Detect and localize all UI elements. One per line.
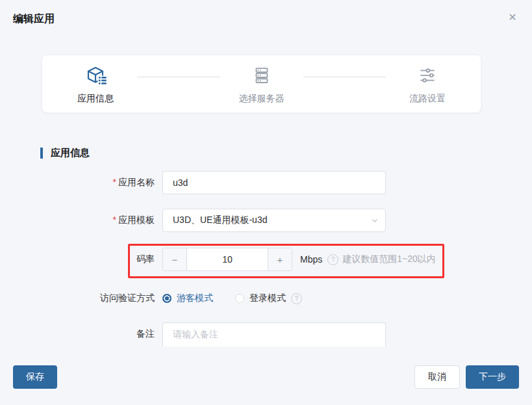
form-row-auth-mode: 访问验证方式 游客模式 登录模式 ?: [0, 291, 302, 306]
cancel-button[interactable]: 取消: [414, 365, 460, 389]
help-icon[interactable]: ?: [291, 293, 302, 304]
bitrate-label: 码率: [0, 254, 162, 265]
form-row-remark: 备注 请输入备注: [0, 322, 386, 346]
next-step-button[interactable]: 下一步: [466, 365, 519, 389]
form-row-app-template: *应用模板 U3D、UE通用模板-u3d: [0, 209, 386, 232]
bitrate-unit: Mbps: [300, 254, 322, 265]
increase-button[interactable]: +: [268, 248, 292, 270]
radio-checked-icon: [162, 294, 171, 303]
remark-textarea[interactable]: 请输入备注: [162, 322, 386, 346]
radio-login-mode[interactable]: 登录模式: [235, 293, 286, 304]
radio-label: 登录模式: [249, 293, 286, 304]
help-icon[interactable]: ?: [327, 254, 338, 265]
edit-app-dialog: 编辑应用 ✕ 应用信息: [0, 0, 532, 405]
dialog-title: 编辑应用: [13, 12, 55, 26]
app-template-select[interactable]: U3D、UE通用模板-u3d: [162, 209, 386, 232]
form-row-app-name: *应用名称: [0, 171, 386, 194]
save-button[interactable]: 保存: [13, 365, 57, 389]
step-stream-settings[interactable]: 流路设置: [398, 63, 457, 105]
remark-placeholder: 请输入备注: [173, 329, 218, 339]
step-select-server[interactable]: 选择服务器: [232, 63, 292, 105]
stepper: 应用信息 选择服务器: [42, 55, 481, 113]
step-connector: [137, 77, 220, 77]
app-template-value: U3D、UE通用模板-u3d: [173, 215, 267, 226]
auth-mode-label: 访问验证方式: [0, 293, 162, 304]
server-icon: [251, 63, 273, 88]
close-icon[interactable]: ✕: [505, 10, 520, 25]
app-name-label: *应用名称: [0, 177, 162, 189]
radio-guest-mode[interactable]: 游客模式: [162, 293, 213, 304]
step-label: 应用信息: [77, 93, 114, 105]
step-app-info[interactable]: 应用信息: [66, 63, 125, 105]
bitrate-stepper: − +: [162, 248, 292, 271]
radio-label: 游客模式: [177, 293, 213, 304]
required-mark: *: [113, 177, 116, 187]
form-row-bitrate: 码率 − + Mbps ? 建议数值范围1~20以内: [0, 248, 436, 271]
decrease-button[interactable]: −: [163, 248, 187, 270]
section-accent-bar: [40, 148, 43, 159]
step-label: 选择服务器: [239, 93, 285, 105]
section-title: 应用信息: [51, 147, 90, 159]
remark-label: 备注: [0, 322, 162, 340]
required-mark: *: [113, 215, 116, 225]
sliders-icon: [417, 63, 438, 88]
app-name-input[interactable]: [162, 171, 386, 194]
app-template-label: *应用模板: [0, 215, 162, 226]
footer-actions: 取消 下一步: [414, 365, 519, 389]
chevron-down-icon: [371, 216, 379, 224]
bitrate-hint: 建议数值范围1~20以内: [342, 254, 436, 265]
cube-list-icon: [84, 63, 107, 88]
step-label: 流路设置: [409, 93, 446, 105]
step-connector: [303, 77, 386, 77]
radio-unchecked-icon: [235, 294, 244, 303]
bitrate-input[interactable]: [187, 248, 268, 270]
section-header: 应用信息: [40, 147, 90, 159]
